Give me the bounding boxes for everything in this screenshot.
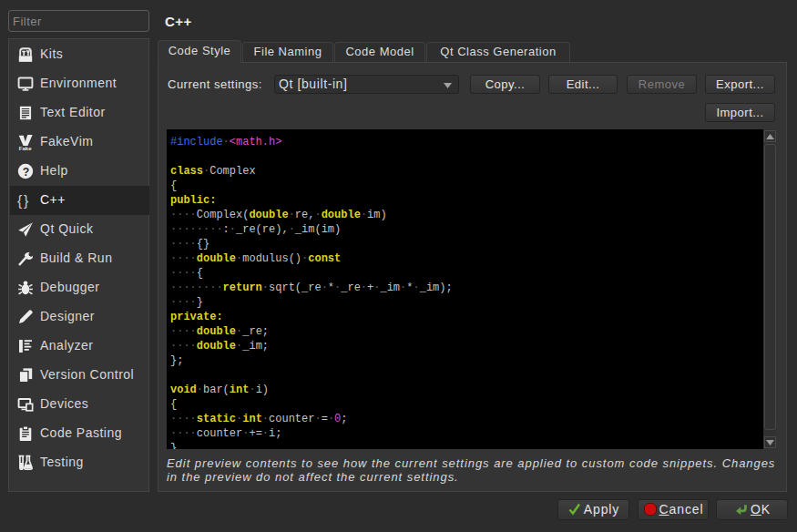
svg-text:Fake: Fake	[19, 146, 32, 150]
svg-text:{}: {}	[17, 193, 30, 209]
svg-text:?: ?	[23, 166, 30, 179]
